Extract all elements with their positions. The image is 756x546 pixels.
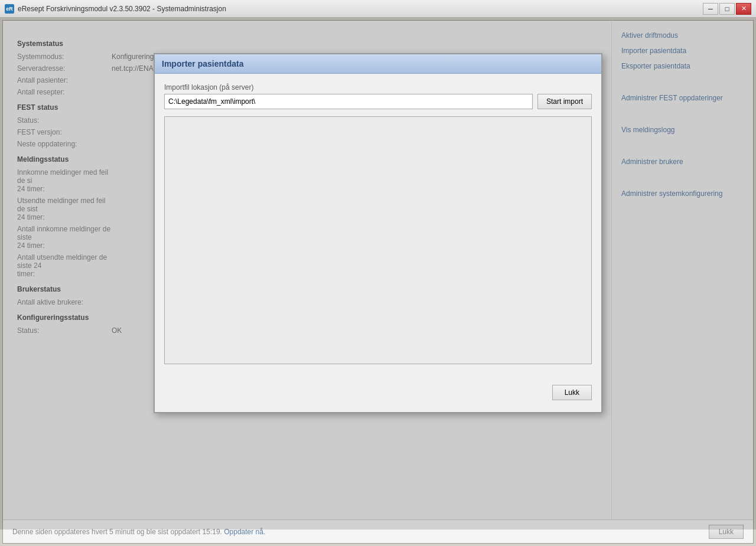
window-controls: ─ □ ✕ — [703, 3, 751, 15]
dialog-footer: Lukk — [164, 380, 592, 403]
maximize-button[interactable]: □ — [719, 3, 735, 15]
dialog-body: Importfil lokasjon (på server) Start imp… — [155, 74, 601, 412]
title-bar: eR eResept Forskrivningsmodul v2.3.50.39… — [0, 0, 756, 18]
dialog-title-bar: Importer pasientdata — [155, 54, 601, 74]
close-window-button[interactable]: ✕ — [736, 3, 751, 15]
import-input-row: Start import — [164, 94, 592, 109]
window-title: eResept Forskrivningsmodul v2.3.50.3902 … — [18, 5, 226, 13]
dialog-lukk-button[interactable]: Lukk — [552, 385, 592, 400]
import-log-textarea[interactable] — [164, 116, 592, 364]
dialog-title: Importer pasientdata — [162, 59, 243, 68]
import-field-label: Importfil lokasjon (på server) — [164, 83, 592, 91]
log-area-wrapper — [164, 116, 592, 373]
app-icon: eR — [5, 4, 14, 14]
modal-overlay: Importer pasientdata Importfil lokasjon … — [0, 18, 756, 529]
dialog-importer-pasientdata: Importer pasientdata Importfil lokasjon … — [154, 53, 602, 413]
start-import-button[interactable]: Start import — [537, 94, 592, 109]
import-path-input[interactable] — [164, 94, 533, 109]
minimize-button[interactable]: ─ — [703, 3, 718, 15]
